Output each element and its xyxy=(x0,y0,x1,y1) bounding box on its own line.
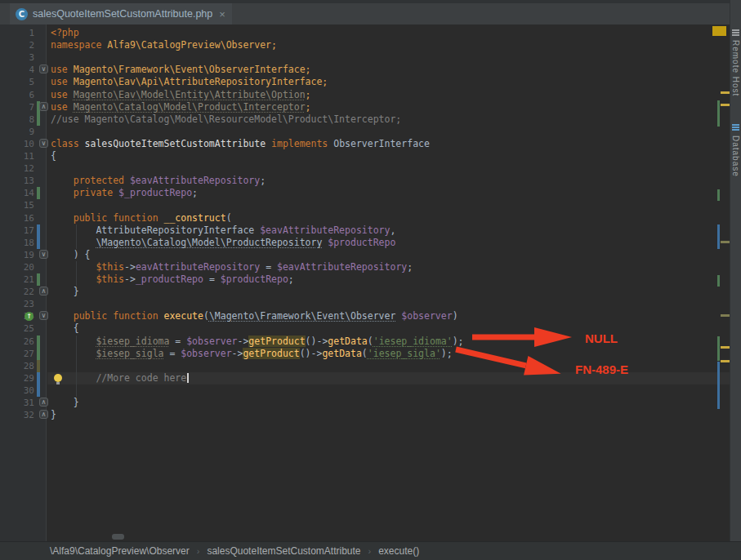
breadcrumb-item[interactable]: execute() xyxy=(378,545,419,557)
code-text[interactable]: private $_productRepo; xyxy=(0,187,198,199)
code-line[interactable]: 4∨use Magento\Framework\Event\ObserverIn… xyxy=(0,64,730,76)
code-text[interactable]: { xyxy=(0,322,79,335)
line-number[interactable]: 15 xyxy=(0,199,34,211)
vcs-change-marker[interactable] xyxy=(37,360,40,372)
line-number[interactable]: 30 xyxy=(0,384,34,397)
code-line[interactable]: 19∨ ) { xyxy=(0,249,730,261)
hscrollbar-thumb[interactable] xyxy=(112,534,124,540)
annotation-error-code-label: FN-489-E xyxy=(575,362,628,376)
code-text[interactable]: $this->eavAttributeRepository = $eavAttr… xyxy=(0,261,413,273)
code-text[interactable]: { xyxy=(0,150,56,162)
code-text[interactable]: <?php xyxy=(0,27,79,39)
stripe-mark xyxy=(721,346,730,349)
tab-salesquoteitemsetcustomattribute[interactable]: C salesQuoteItemSetCustomAttribute.php × xyxy=(10,3,232,24)
close-tab-icon[interactable]: × xyxy=(219,9,225,20)
error-stripe-scrollbar[interactable] xyxy=(704,24,730,541)
code-line[interactable]: 14 private $_productRepo; xyxy=(0,187,730,199)
code-line[interactable]: 22∧ } xyxy=(0,286,730,298)
tool-button-database[interactable]: Database xyxy=(731,124,740,177)
code-text[interactable]: namespace Alfa9\CatalogPreview\Observer; xyxy=(0,39,277,51)
code-line[interactable]: 3 xyxy=(0,51,730,64)
text-caret xyxy=(187,373,189,383)
php-class-icon: C xyxy=(16,8,28,20)
code-text[interactable]: use Magento\Eav\Api\AttributeRepositoryI… xyxy=(0,76,328,88)
code-line[interactable]: 32∧} xyxy=(0,409,730,421)
code-line[interactable]: 1<?php xyxy=(0,27,730,39)
code-text[interactable]: $iesep_sigla = $observer->getProduct()->… xyxy=(0,348,453,360)
code-text[interactable]: $iesep_idioma = $observer->getProduct()-… xyxy=(0,336,464,348)
code-line[interactable]: 8//use Magento\Catalog\Model\ResourceMod… xyxy=(0,113,730,126)
fold-expand-icon[interactable]: ∨ xyxy=(39,250,48,259)
ide-window: C salesQuoteItemSetCustomAttribute.php ×… xyxy=(0,0,741,560)
editor-pane[interactable]: 1<?php2namespace Alfa9\CatalogPreview\Ob… xyxy=(0,24,730,541)
code-text[interactable]: protected $eavAttributeRepository; xyxy=(0,175,266,187)
fold-expand-icon[interactable]: ∨ xyxy=(39,311,48,320)
code-line[interactable]: 7∧use Magento\Catalog\Model\Product\Inte… xyxy=(0,101,730,113)
code-line[interactable]: 30 xyxy=(0,384,730,397)
breadcrumb-item[interactable]: salesQuoteItemSetCustomAttribute xyxy=(207,545,360,557)
fold-collapse-icon[interactable]: ∧ xyxy=(39,410,48,419)
stripe-mark xyxy=(721,104,730,106)
code-line[interactable]: 13 protected $eavAttributeRepository; xyxy=(0,175,730,187)
right-tool-window-bar: Remote Host Database xyxy=(730,0,741,541)
code-line[interactable]: 26 $iesep_idioma = $observer->getProduct… xyxy=(0,336,730,348)
inspection-status-indicator[interactable] xyxy=(712,26,726,36)
stripe-mark xyxy=(721,314,730,317)
tab-title: salesQuoteItemSetCustomAttribute.php xyxy=(33,8,212,20)
tool-button-label: Database xyxy=(731,136,740,177)
line-number[interactable]: 12 xyxy=(0,162,34,175)
code-text[interactable]: AttributeRepositoryInterface $eavAttribu… xyxy=(0,224,395,237)
stripe-mark xyxy=(717,189,720,201)
code-line[interactable]: 17 AttributeRepositoryInterface $eavAttr… xyxy=(0,224,730,237)
code-text[interactable]: class salesQuoteItemSetCustomAttribute i… xyxy=(0,138,430,150)
stripe-mark xyxy=(717,100,720,127)
code-line[interactable]: 6use Magento\Eav\Model\Entity\Attribute\… xyxy=(0,89,730,101)
indent-guide xyxy=(76,384,77,397)
stripe-mark xyxy=(717,224,720,249)
code-line[interactable]: 2namespace Alfa9\CatalogPreview\Observer… xyxy=(0,39,730,51)
stripe-mark xyxy=(717,336,720,361)
code-line[interactable]: 18 \Magento\Catalog\Model\ProductReposit… xyxy=(0,237,730,249)
code-line[interactable]: 9 xyxy=(0,126,730,138)
code-line[interactable]: 12 xyxy=(0,162,730,175)
line-number[interactable]: 28 xyxy=(0,360,34,372)
code-text[interactable]: $this->_productRepo = $productRepo; xyxy=(0,273,294,286)
line-number[interactable]: 3 xyxy=(0,51,34,64)
code-line[interactable]: 24∨↑ public function execute(\Magento\Fr… xyxy=(0,310,730,322)
stripe-mark xyxy=(717,275,720,287)
code-line[interactable]: 10∨class salesQuoteItemSetCustomAttribut… xyxy=(0,138,730,150)
code-text[interactable]: //use Magento\Catalog\Model\ResourceMode… xyxy=(0,113,401,126)
code-text[interactable]: public function execute(\Magento\Framewo… xyxy=(0,310,458,322)
fold-expand-icon[interactable]: ∨ xyxy=(39,64,48,73)
code-line[interactable]: 27 $iesep_sigla = $observer->getProduct(… xyxy=(0,348,730,360)
code-line[interactable]: 31∧ } xyxy=(0,397,730,409)
code-line[interactable]: 23 xyxy=(0,298,730,310)
code-text[interactable]: use Magento\Eav\Model\Entity\Attribute\O… xyxy=(0,89,311,101)
code-line[interactable]: 25 { xyxy=(0,322,730,335)
breadcrumb: \Alfa9\CatalogPreview\Observer›salesQuot… xyxy=(0,541,741,560)
code-text[interactable]: public function __construct( xyxy=(0,212,232,224)
annotation-null-label: NULL xyxy=(585,331,618,345)
code-line[interactable]: 15 xyxy=(0,199,730,211)
code-line[interactable]: 21 $this->_productRepo = $productRepo; xyxy=(0,273,730,286)
code-line[interactable]: 16 public function __construct( xyxy=(0,212,730,224)
breadcrumb-item[interactable]: \Alfa9\CatalogPreview\Observer xyxy=(50,545,190,557)
code-text[interactable]: //More code here xyxy=(0,372,189,384)
fold-collapse-icon[interactable]: ∧ xyxy=(39,102,48,111)
code-line[interactable]: 11{ xyxy=(0,150,730,162)
stripe-mark xyxy=(721,360,730,362)
fold-collapse-icon[interactable]: ∧ xyxy=(39,287,48,296)
vcs-change-marker[interactable] xyxy=(37,384,40,397)
fold-expand-icon[interactable]: ∨ xyxy=(39,139,48,148)
fold-collapse-icon[interactable]: ∧ xyxy=(39,398,48,407)
database-icon xyxy=(732,124,739,131)
tool-button-remote-host[interactable]: Remote Host xyxy=(731,29,740,96)
line-number[interactable]: 9 xyxy=(0,126,34,138)
code-line[interactable]: 20 $this->eavAttributeRepository = $eavA… xyxy=(0,261,730,273)
code-line[interactable]: 5use Magento\Eav\Api\AttributeRepository… xyxy=(0,76,730,88)
code-text[interactable]: \Magento\Catalog\Model\ProductRepository… xyxy=(0,237,395,249)
tool-button-label: Remote Host xyxy=(731,40,740,96)
editor-tab-bar: C salesQuoteItemSetCustomAttribute.php × xyxy=(0,0,730,24)
line-number[interactable]: 23 xyxy=(0,298,34,310)
hamburger-icon xyxy=(732,29,739,36)
